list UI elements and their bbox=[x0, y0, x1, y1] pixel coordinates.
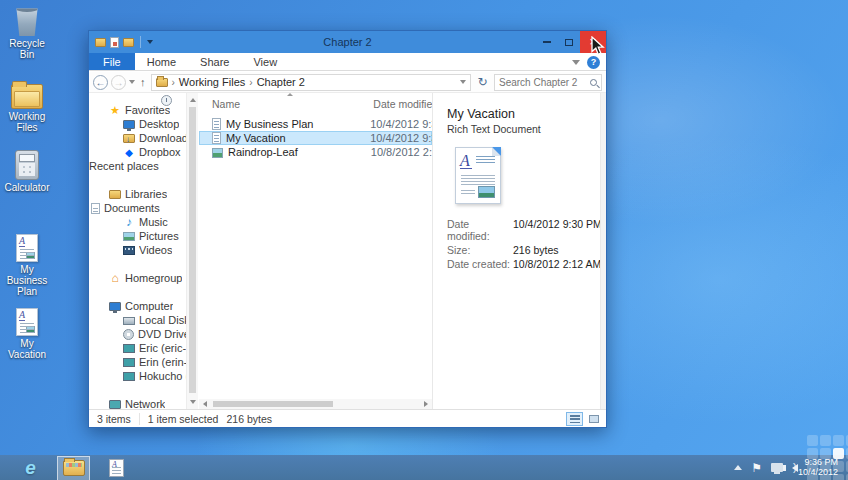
file-explorer-icon bbox=[63, 460, 85, 476]
nav-item-music[interactable]: ♪ Music bbox=[89, 215, 186, 229]
documents-icon bbox=[91, 203, 100, 214]
scroll-right-icon[interactable] bbox=[424, 401, 428, 407]
preview-details: Date modified: 10/4/2012 9:30 PM Size: 2… bbox=[447, 218, 606, 270]
help-icon[interactable]: ? bbox=[587, 56, 600, 69]
forward-button[interactable]: → bbox=[111, 75, 126, 90]
scrollbar-thumb[interactable] bbox=[213, 401, 333, 407]
recycle-bin-icon bbox=[15, 6, 39, 36]
tab-file[interactable]: File bbox=[89, 53, 135, 70]
taskbar-wordpad-button[interactable] bbox=[100, 456, 133, 480]
up-button[interactable]: ↑ bbox=[138, 76, 148, 88]
folder-icon bbox=[156, 78, 168, 87]
tab-share[interactable]: Share bbox=[188, 53, 241, 70]
nav-section-favorites[interactable]: ★ Favorites bbox=[89, 103, 186, 117]
recent-places-icon bbox=[161, 95, 172, 106]
horizontal-scrollbar[interactable] bbox=[199, 399, 432, 409]
desktop-icon-label: Recycle Bin bbox=[1, 38, 53, 60]
nav-item-hokucho[interactable]: Hokucho (hokuc bbox=[89, 369, 186, 383]
preview-scrollbar[interactable] bbox=[600, 93, 606, 409]
preview-subtitle: Rich Text Document bbox=[447, 123, 606, 135]
qat-folder-icon[interactable] bbox=[95, 38, 106, 47]
action-center-flag-icon[interactable]: ⚑ bbox=[751, 462, 762, 474]
column-headers: Name Date modifie bbox=[199, 93, 432, 111]
nav-item-erin[interactable]: Erin (erin-hpe) bbox=[89, 355, 186, 369]
nav-item-recent-places[interactable]: Recent places bbox=[89, 159, 186, 173]
selection-count: 1 item selected bbox=[140, 413, 227, 425]
search-input[interactable] bbox=[499, 77, 590, 88]
nav-item-local-disk[interactable]: Local Disk (C:) bbox=[89, 313, 186, 327]
calculator-icon bbox=[15, 150, 39, 180]
disk-icon bbox=[123, 317, 135, 325]
breadcrumb[interactable]: › Working Files › Chapter 2 bbox=[151, 74, 472, 91]
breadcrumb-separator: › bbox=[249, 77, 252, 88]
titlebar[interactable]: Chapter 2 × bbox=[89, 31, 606, 53]
maximize-button[interactable] bbox=[558, 31, 580, 53]
network-tray-icon[interactable] bbox=[771, 463, 783, 472]
sort-ascending-icon[interactable] bbox=[287, 93, 293, 96]
address-dropdown-icon[interactable] bbox=[460, 80, 466, 84]
internet-explorer-icon: e bbox=[25, 458, 36, 478]
qat-separator bbox=[140, 36, 141, 48]
file-row-raindrop-leaf[interactable]: Raindrop-Leaf 10/8/2012 2:1 bbox=[199, 145, 432, 159]
desktop-icon-working-files[interactable]: Working Files bbox=[1, 84, 53, 133]
scrollbar-thumb[interactable] bbox=[189, 107, 196, 393]
nav-section-network[interactable]: Network bbox=[89, 397, 186, 409]
tab-view[interactable]: View bbox=[241, 53, 289, 70]
detail-label: Size: bbox=[447, 244, 513, 256]
taskbar-file-explorer-button[interactable] bbox=[57, 456, 90, 480]
refresh-icon[interactable]: ↻ bbox=[474, 74, 491, 91]
nav-section-computer[interactable]: Computer bbox=[89, 299, 186, 313]
desktop-icon-my-vacation[interactable]: My Vacation bbox=[1, 308, 53, 360]
scroll-up-icon[interactable] bbox=[190, 98, 196, 102]
nav-scrollbar[interactable] bbox=[186, 93, 198, 409]
nav-section-libraries[interactable]: Libraries bbox=[89, 187, 186, 201]
details-view-button[interactable] bbox=[566, 412, 583, 426]
nav-item-dropbox[interactable]: ◆ Dropbox bbox=[89, 145, 186, 159]
scroll-left-icon[interactable] bbox=[203, 401, 207, 407]
mouse-cursor bbox=[591, 36, 607, 57]
qat-folder2-icon[interactable] bbox=[123, 38, 134, 47]
search-box[interactable] bbox=[494, 74, 602, 91]
desktop-icon-recycle-bin[interactable]: Recycle Bin bbox=[1, 6, 53, 60]
minimize-icon bbox=[543, 41, 551, 43]
nav-item-downloads[interactable]: Downloads bbox=[89, 131, 186, 145]
nav-section-homegroup[interactable]: ⌂ Homegroup bbox=[89, 271, 186, 285]
column-header-name[interactable]: Name bbox=[199, 98, 373, 110]
taskbar-internet-explorer-button[interactable]: e bbox=[14, 456, 47, 480]
nav-item-documents[interactable]: Documents bbox=[89, 201, 186, 215]
file-row-my-business-plan[interactable]: My Business Plan 10/4/2012 9:3 bbox=[199, 117, 432, 131]
nav-item-dvd-drive[interactable]: DVD Drive (D:) Of bbox=[89, 327, 186, 341]
address-bar: ← → ↑ › Working Files › Chapter 2 ↻ bbox=[89, 72, 606, 93]
nav-item-videos[interactable]: Videos bbox=[89, 243, 186, 257]
scroll-down-icon[interactable] bbox=[190, 400, 196, 404]
qat-dropdown-icon[interactable] bbox=[147, 40, 153, 44]
tab-home[interactable]: Home bbox=[135, 53, 188, 70]
history-dropdown-icon[interactable] bbox=[129, 80, 135, 84]
breadcrumb-working-files[interactable]: Working Files bbox=[179, 76, 245, 88]
details-view-icon bbox=[570, 415, 580, 423]
maximize-icon bbox=[565, 39, 573, 46]
desktop-icon-my-business-plan[interactable]: My Business Plan bbox=[1, 234, 53, 297]
minimize-button[interactable] bbox=[536, 31, 558, 53]
desktop-icon-calculator[interactable]: Calculator bbox=[1, 150, 53, 193]
breadcrumb-chapter-2[interactable]: Chapter 2 bbox=[257, 76, 305, 88]
thumbnail-view-button[interactable] bbox=[585, 412, 602, 426]
file-list: Name Date modifie My Business Plan 10/4/… bbox=[199, 93, 432, 409]
computer-icon bbox=[109, 302, 121, 311]
downloads-icon bbox=[123, 134, 135, 143]
desktop-icon-label: Working Files bbox=[1, 111, 53, 133]
qat-new-item-icon[interactable] bbox=[110, 37, 119, 48]
search-icon[interactable] bbox=[590, 79, 597, 86]
libraries-icon bbox=[109, 190, 121, 199]
file-row-my-vacation-selected[interactable]: My Vacation 10/4/2012 9:3 bbox=[199, 131, 432, 145]
back-button[interactable]: ← bbox=[93, 75, 108, 90]
show-hidden-icons-icon[interactable] bbox=[734, 465, 742, 470]
column-header-date-modified[interactable]: Date modifie bbox=[373, 98, 432, 110]
desktop-icon-label: My Vacation bbox=[1, 338, 53, 360]
dropbox-icon: ◆ bbox=[123, 147, 135, 158]
nav-item-eric[interactable]: Eric (eric-n80vn) bbox=[89, 341, 186, 355]
wordpad-icon bbox=[109, 459, 124, 477]
nav-item-pictures[interactable]: Pictures bbox=[89, 229, 186, 243]
nav-item-desktop[interactable]: Desktop bbox=[89, 117, 186, 131]
ribbon-collapse-icon[interactable] bbox=[572, 60, 580, 65]
